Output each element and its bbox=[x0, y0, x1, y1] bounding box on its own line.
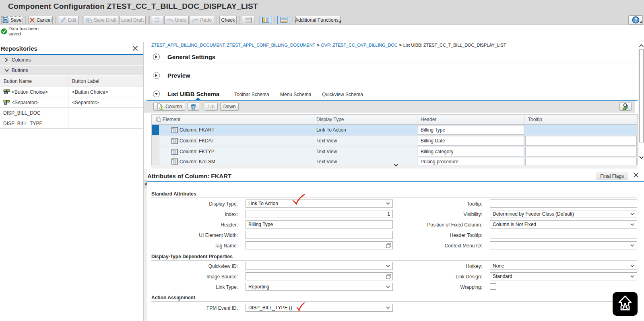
ui-element-width-input[interactable] bbox=[246, 231, 393, 239]
tooltip-input[interactable] bbox=[525, 158, 637, 165]
repo-section-buttons[interactable]: Buttons bbox=[0, 66, 143, 76]
repo-row--button-choice-[interactable]: <Button Choice><Button Choice> bbox=[0, 87, 143, 97]
repositories-close-button[interactable] bbox=[132, 45, 138, 51]
element-cell[interactable]: Column: KALSM bbox=[159, 157, 313, 166]
display-type-cell[interactable]: Link To Action bbox=[313, 125, 417, 135]
hotkey-select[interactable]: None bbox=[490, 262, 637, 270]
tab-toolbar-schema[interactable]: Toolbar Schema bbox=[234, 92, 269, 97]
index-input[interactable]: 1 bbox=[246, 210, 393, 218]
schema-col-display-type[interactable]: Display Type bbox=[313, 115, 417, 124]
schema-col-element[interactable]: Element bbox=[159, 115, 313, 124]
display-type-cell[interactable]: Text View bbox=[313, 146, 417, 157]
display-type-cell[interactable]: Text View bbox=[313, 136, 417, 146]
dropdown-arrow-icon[interactable] bbox=[628, 262, 637, 270]
load-draft-button[interactable]: Load Draft bbox=[119, 16, 146, 24]
section-title[interactable]: General Settings bbox=[167, 54, 215, 60]
repo-section-columns[interactable]: Columns bbox=[0, 55, 143, 65]
dropdown-arrow-icon[interactable] bbox=[384, 304, 392, 311]
redo-button[interactable]: Redo bbox=[190, 16, 214, 24]
layout-left-panel-button[interactable] bbox=[260, 16, 272, 24]
main-scrollbar[interactable] bbox=[638, 42, 644, 161]
cancel-button[interactable]: Cancel bbox=[28, 16, 53, 24]
section-title[interactable]: Preview bbox=[167, 72, 190, 79]
image-source-input[interactable] bbox=[246, 272, 393, 280]
header-tooltip-input[interactable] bbox=[490, 231, 637, 239]
final-flags-button[interactable]: Final Flags bbox=[596, 172, 628, 180]
field-value: Standard bbox=[490, 274, 628, 279]
header-input[interactable]: Billing Type bbox=[246, 220, 393, 228]
dropdown-arrow-icon[interactable] bbox=[628, 273, 637, 280]
tab-quickview-schema[interactable]: Quickview Schema bbox=[322, 92, 363, 97]
schema-col-tooltip[interactable]: Tooltip bbox=[525, 115, 637, 124]
dropdown-arrow-icon[interactable] bbox=[628, 210, 637, 218]
repo-row-disp-bill-doc[interactable]: DISP_BILL_DOC bbox=[0, 108, 143, 118]
row-selector[interactable] bbox=[152, 136, 159, 146]
header-input[interactable]: Billing Date bbox=[418, 136, 524, 146]
up-button[interactable]: Up bbox=[205, 103, 217, 111]
tooltip-input[interactable] bbox=[525, 147, 637, 156]
select-all-cell[interactable] bbox=[152, 115, 159, 124]
row-selector[interactable] bbox=[152, 146, 159, 157]
collapse-section-button[interactable] bbox=[153, 91, 160, 97]
layout-rows-button[interactable] bbox=[242, 16, 254, 24]
schema-row-fktyp[interactable]: Column: FKTYPText ViewBilling category bbox=[152, 146, 637, 157]
save-button[interactable]: Save bbox=[1, 16, 23, 24]
user-settings-button[interactable] bbox=[619, 103, 632, 111]
layout-bottom-panel-button[interactable] bbox=[277, 16, 290, 24]
scroll-down-icon[interactable] bbox=[639, 155, 644, 160]
element-cell[interactable]: Column: FKDAT bbox=[159, 136, 313, 146]
repo-row--separator-[interactable]: <Separator><Separator> bbox=[0, 97, 143, 108]
tag-name-input[interactable] bbox=[246, 241, 393, 249]
breadcrumb-link[interactable]: OVP: ZTEST_CC_OVP_BILLING_DOC bbox=[321, 43, 397, 47]
column-button[interactable]: Column bbox=[153, 103, 185, 111]
tooltip-input[interactable] bbox=[490, 200, 637, 208]
field-label: Position of Fixed Column: bbox=[390, 222, 482, 228]
refresh-button[interactable] bbox=[151, 16, 163, 24]
save-draft-button[interactable]: Save Draft bbox=[84, 16, 118, 24]
breadcrumb-link[interactable]: ZTEST_APPL_BILLING_DOCUMENT: ZTEST_APPL_… bbox=[151, 43, 315, 47]
header-input[interactable]: Billing Type bbox=[418, 125, 524, 135]
edit-button[interactable]: Edit bbox=[58, 16, 78, 24]
expand-section-button[interactable] bbox=[153, 72, 160, 79]
fpm-event-id-select[interactable]: DISP_BILL_TYPE () bbox=[246, 304, 393, 312]
dropdown-arrow-icon[interactable] bbox=[628, 221, 637, 228]
display-type-cell[interactable]: Text View bbox=[313, 157, 417, 166]
display-type-select[interactable]: Link To Action bbox=[246, 200, 393, 208]
check-button[interactable]: Check bbox=[219, 16, 237, 24]
tab-menu-schema[interactable]: Menu Schema bbox=[280, 92, 311, 97]
panel-collapse-handle[interactable] bbox=[144, 180, 147, 188]
link-type-select[interactable]: Reporting bbox=[246, 283, 393, 291]
element-cell[interactable]: Column: FKART bbox=[159, 125, 313, 135]
attributes-close-button[interactable] bbox=[633, 172, 640, 179]
schema-row-fkdat[interactable]: Column: FKDATText ViewBilling Date bbox=[152, 136, 637, 146]
row-selector-selected[interactable] bbox=[152, 125, 159, 135]
schema-col-header[interactable]: Header bbox=[417, 115, 525, 124]
schema-row-fkart[interactable]: Column: FKARTLink To ActionBilling Type bbox=[152, 125, 637, 136]
row-selector[interactable] bbox=[152, 157, 159, 166]
header-input[interactable]: Billing category bbox=[418, 147, 524, 156]
dropdown-arrow-icon[interactable] bbox=[628, 242, 637, 249]
trash-button[interactable] bbox=[188, 103, 199, 111]
undo-button[interactable]: Undo bbox=[164, 16, 189, 24]
help-button[interactable]: ? bbox=[628, 15, 643, 25]
scrollbar-thumb[interactable] bbox=[639, 49, 644, 142]
tooltip-input[interactable] bbox=[525, 136, 637, 146]
additional-functions-button[interactable]: Additional Functions bbox=[295, 16, 341, 24]
wrapping-checkbox[interactable] bbox=[490, 283, 496, 290]
element-cell[interactable]: Column: FKTYP bbox=[159, 146, 313, 157]
expand-section-button[interactable] bbox=[153, 54, 160, 60]
down-button[interactable]: Down bbox=[220, 103, 239, 111]
table-more-rows-icon[interactable] bbox=[394, 164, 398, 167]
context-menu-id-select[interactable] bbox=[490, 241, 637, 249]
link-design-select[interactable]: Standard bbox=[490, 272, 637, 280]
header-input[interactable]: Pricing procedure bbox=[418, 158, 524, 165]
repo-row-disp-bill-type[interactable]: DISP_BILL_TYPE bbox=[0, 118, 143, 129]
translate-overlay-badge[interactable]: A bbox=[613, 292, 638, 316]
section-title[interactable]: List UIBB Schema bbox=[167, 91, 219, 97]
tooltip-cell[interactable] bbox=[525, 125, 637, 135]
visibility-select[interactable]: Determined by Feeder Class (Default) bbox=[490, 210, 637, 218]
quickview-id-select[interactable] bbox=[246, 262, 393, 270]
scroll-up-icon[interactable] bbox=[639, 43, 644, 48]
position-of-fixed-column-select[interactable]: Column is Not Fixed bbox=[490, 220, 637, 228]
repo-row-name: <Separator> bbox=[12, 100, 39, 105]
